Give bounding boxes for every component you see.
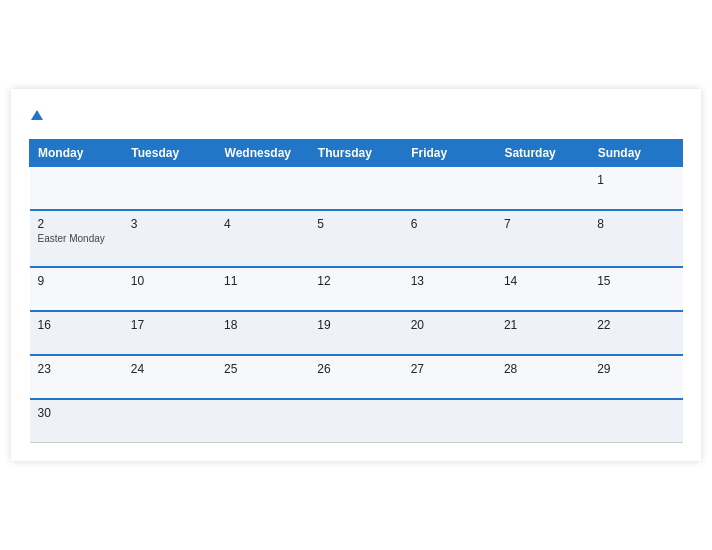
calendar-cell: 3 (123, 210, 216, 267)
calendar-cell (123, 399, 216, 443)
calendar-cell: 30 (30, 399, 123, 443)
day-number: 22 (597, 318, 674, 332)
calendar-cell: 22 (589, 311, 682, 355)
day-number: 21 (504, 318, 581, 332)
day-number: 6 (411, 217, 488, 231)
calendar-cell (309, 166, 402, 210)
weekday-header-saturday: Saturday (496, 139, 589, 166)
calendar-cell: 11 (216, 267, 309, 311)
day-number: 13 (411, 274, 488, 288)
calendar-cell: 26 (309, 355, 402, 399)
weekday-header-row: MondayTuesdayWednesdayThursdayFridaySatu… (30, 139, 683, 166)
week-row-6: 30 (30, 399, 683, 443)
calendar-container: MondayTuesdayWednesdayThursdayFridaySatu… (11, 89, 701, 461)
day-number: 27 (411, 362, 488, 376)
week-row-5: 23242526272829 (30, 355, 683, 399)
calendar-cell (216, 166, 309, 210)
calendar-cell: 29 (589, 355, 682, 399)
day-event: Easter Monday (38, 233, 115, 244)
week-row-2: 2Easter Monday345678 (30, 210, 683, 267)
week-row-1: 1 (30, 166, 683, 210)
day-number: 12 (317, 274, 394, 288)
calendar-cell (403, 166, 496, 210)
calendar-cell (123, 166, 216, 210)
calendar-cell: 7 (496, 210, 589, 267)
calendar-cell (496, 166, 589, 210)
day-number: 19 (317, 318, 394, 332)
calendar-cell: 9 (30, 267, 123, 311)
weekday-header-wednesday: Wednesday (216, 139, 309, 166)
calendar-cell: 8 (589, 210, 682, 267)
day-number: 17 (131, 318, 208, 332)
day-number: 9 (38, 274, 115, 288)
calendar-cell: 1 (589, 166, 682, 210)
weekday-header-friday: Friday (403, 139, 496, 166)
calendar-cell: 16 (30, 311, 123, 355)
calendar-cell: 21 (496, 311, 589, 355)
weekday-header-sunday: Sunday (589, 139, 682, 166)
weekday-header-monday: Monday (30, 139, 123, 166)
calendar-cell: 20 (403, 311, 496, 355)
day-number: 18 (224, 318, 301, 332)
calendar-cell: 13 (403, 267, 496, 311)
calendar-cell: 4 (216, 210, 309, 267)
day-number: 30 (38, 406, 115, 420)
logo-area (29, 107, 43, 125)
day-number: 1 (597, 173, 674, 187)
day-number: 5 (317, 217, 394, 231)
day-number: 24 (131, 362, 208, 376)
day-number: 4 (224, 217, 301, 231)
day-number: 8 (597, 217, 674, 231)
calendar-cell: 6 (403, 210, 496, 267)
weekday-header-tuesday: Tuesday (123, 139, 216, 166)
day-number: 3 (131, 217, 208, 231)
calendar-cell (496, 399, 589, 443)
day-number: 23 (38, 362, 115, 376)
calendar-cell (589, 399, 682, 443)
day-number: 29 (597, 362, 674, 376)
calendar-header (29, 107, 683, 125)
weekday-header-thursday: Thursday (309, 139, 402, 166)
calendar-cell: 24 (123, 355, 216, 399)
day-number: 2 (38, 217, 115, 231)
week-row-3: 9101112131415 (30, 267, 683, 311)
calendar-cell: 5 (309, 210, 402, 267)
day-number: 25 (224, 362, 301, 376)
calendar-cell (216, 399, 309, 443)
calendar-cell (403, 399, 496, 443)
day-number: 20 (411, 318, 488, 332)
calendar-cell: 18 (216, 311, 309, 355)
day-number: 15 (597, 274, 674, 288)
calendar-cell: 14 (496, 267, 589, 311)
day-number: 14 (504, 274, 581, 288)
calendar-cell (30, 166, 123, 210)
logo-general-text (29, 107, 43, 125)
day-number: 10 (131, 274, 208, 288)
calendar-cell: 12 (309, 267, 402, 311)
logo-triangle-icon (31, 110, 43, 120)
day-number: 16 (38, 318, 115, 332)
calendar-cell: 25 (216, 355, 309, 399)
day-number: 11 (224, 274, 301, 288)
day-number: 26 (317, 362, 394, 376)
calendar-cell: 19 (309, 311, 402, 355)
calendar-cell: 15 (589, 267, 682, 311)
calendar-grid: MondayTuesdayWednesdayThursdayFridaySatu… (29, 139, 683, 443)
calendar-cell: 28 (496, 355, 589, 399)
calendar-cell: 27 (403, 355, 496, 399)
week-row-4: 16171819202122 (30, 311, 683, 355)
calendar-cell: 17 (123, 311, 216, 355)
calendar-cell: 2Easter Monday (30, 210, 123, 267)
day-number: 28 (504, 362, 581, 376)
calendar-cell: 10 (123, 267, 216, 311)
day-number: 7 (504, 217, 581, 231)
calendar-cell (309, 399, 402, 443)
calendar-cell: 23 (30, 355, 123, 399)
